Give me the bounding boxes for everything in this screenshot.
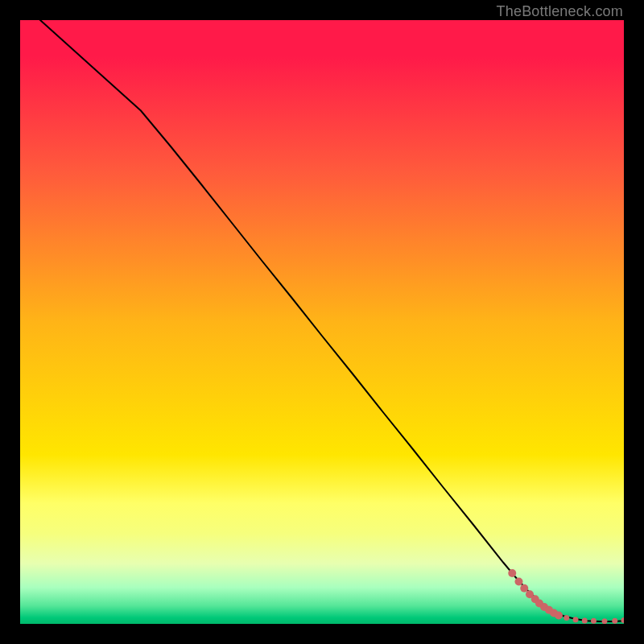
highlight-dot (564, 615, 569, 621)
chart-frame: TheBottleneck.com (0, 0, 644, 644)
bottleneck-curve (20, 20, 624, 621)
highlight-dot (621, 617, 625, 623)
attribution-text: TheBottleneck.com (497, 3, 623, 20)
highlight-dot (612, 618, 617, 624)
highlight-dot (591, 618, 597, 624)
highlight-dot (602, 618, 608, 624)
highlight-dots (508, 569, 624, 624)
highlight-dot (582, 617, 588, 623)
highlight-dot (555, 612, 563, 620)
plot-area (20, 20, 624, 624)
highlight-dot (508, 569, 516, 577)
highlight-dot (573, 617, 579, 622)
highlight-dot (515, 578, 523, 586)
highlight-dot (520, 584, 528, 592)
chart-svg (20, 20, 624, 624)
